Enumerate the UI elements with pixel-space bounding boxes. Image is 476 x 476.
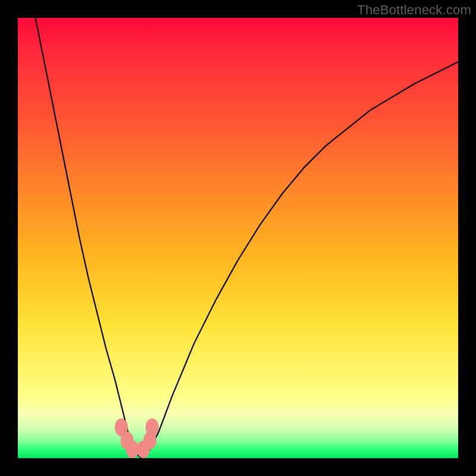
curve-marker bbox=[146, 418, 159, 436]
chart-frame: TheBottleneck.com bbox=[0, 0, 476, 476]
plot-area bbox=[18, 18, 458, 458]
watermark-text: TheBottleneck.com bbox=[357, 2, 471, 18]
bottleneck-curve bbox=[18, 18, 458, 458]
